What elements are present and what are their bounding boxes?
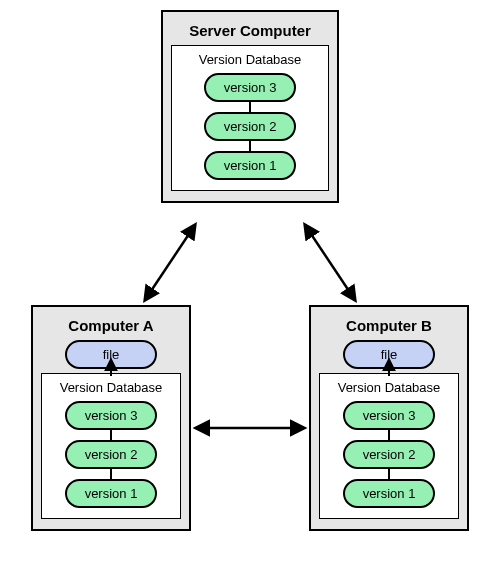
server-version-1: version 1	[204, 151, 296, 180]
connector-line	[249, 141, 251, 151]
computer-a-version-2: version 2	[65, 440, 157, 469]
server-computer-box: Server Computer Version Database version…	[161, 10, 339, 203]
computer-a-version-database: Version Database version 3 version 2 ver…	[41, 373, 181, 519]
computer-a-box: Computer A file Version Database version…	[31, 305, 191, 531]
computer-b-db-title: Version Database	[328, 380, 450, 395]
connector-line	[110, 469, 112, 479]
computer-b-version-database: Version Database version 3 version 2 ver…	[319, 373, 459, 519]
server-db-title: Version Database	[180, 52, 320, 67]
connector-line	[388, 469, 390, 479]
computer-a-version-1: version 1	[65, 479, 157, 508]
computer-a-db-title: Version Database	[50, 380, 172, 395]
computer-a-file: file	[65, 340, 157, 369]
computer-a-version-3: version 3	[65, 401, 157, 430]
server-version-2: version 2	[204, 112, 296, 141]
computer-b-box: Computer B file Version Database version…	[309, 305, 469, 531]
computer-b-file: file	[343, 340, 435, 369]
server-version-3: version 3	[204, 73, 296, 102]
connector-line	[110, 430, 112, 440]
computer-b-version-1: version 1	[343, 479, 435, 508]
arrow-server-to-a	[145, 225, 195, 300]
computer-b-version-2: version 2	[343, 440, 435, 469]
computer-b-version-3: version 3	[343, 401, 435, 430]
connector-line	[249, 102, 251, 112]
server-version-database: Version Database version 3 version 2 ver…	[171, 45, 329, 191]
computer-a-title: Computer A	[41, 317, 181, 334]
computer-b-title: Computer B	[319, 317, 459, 334]
arrow-server-to-b	[305, 225, 355, 300]
server-title: Server Computer	[171, 22, 329, 39]
connector-line	[388, 430, 390, 440]
